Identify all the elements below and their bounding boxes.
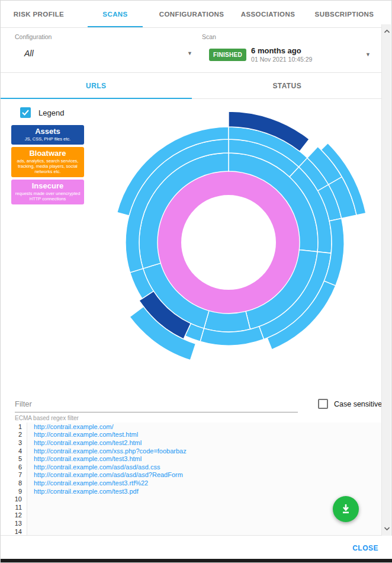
- url-list-row: 5http://contrail.example.com/test3.html: [1, 455, 383, 463]
- line-number: 2: [1, 431, 27, 439]
- url-list-row: 10: [1, 495, 383, 503]
- tab-subscriptions[interactable]: SUBSCRIPTIONS: [306, 1, 383, 27]
- status-badge: FINISHED: [209, 49, 246, 61]
- legend-toggle: Legend: [20, 107, 64, 118]
- case-sensitive-label: Case sensitive: [334, 400, 382, 408]
- close-button[interactable]: CLOSE: [352, 544, 378, 552]
- scan-relative-time: 6 months ago: [251, 46, 365, 55]
- url-link[interactable]: http://contrail.example.com/: [27, 423, 383, 431]
- url-list-row: 4http://contrail.example.com/xss.php?cod…: [1, 447, 383, 455]
- configuration-value: All: [15, 49, 34, 58]
- legend-title: Assets: [14, 127, 82, 136]
- line-number: 5: [1, 455, 27, 463]
- check-icon: [22, 110, 29, 116]
- url-list-row: 12: [1, 511, 383, 520]
- line-number: 9: [1, 487, 27, 495]
- legend-item-bloatware: Bloatware ads, analytics, search service…: [11, 147, 84, 177]
- filter-section: ECMA based regex filter Case sensitive: [1, 393, 383, 423]
- url-link[interactable]: http://contrail.example.com/test3.pdf: [27, 487, 383, 495]
- line-number: 7: [1, 471, 27, 479]
- url-list-row: 8http://contrail.example.com/test3.rtf%2…: [1, 479, 383, 487]
- tab-scans[interactable]: SCANS: [77, 1, 153, 27]
- line-number: 14: [1, 527, 27, 536]
- line-number: 3: [1, 439, 27, 447]
- tab-label: RISK PROFILE: [14, 11, 64, 18]
- tab-label: SCANS: [102, 11, 127, 18]
- tab-label: STATUS: [272, 82, 301, 90]
- legend-title: Insecure: [14, 181, 82, 190]
- tab-status[interactable]: STATUS: [192, 73, 383, 98]
- legend-title: Bloatware: [14, 149, 82, 158]
- url-list-row: 14: [1, 527, 383, 536]
- chevron-down-icon[interactable]: ▼: [187, 50, 192, 56]
- url-link: [27, 527, 383, 536]
- url-link[interactable]: http://contrail.example.com/test.html: [27, 431, 383, 439]
- line-number: 8: [1, 479, 27, 487]
- legend-item-assets: Assets JS, CSS, PHP files etc.: [11, 125, 84, 145]
- selector-row: Configuration All ▼ Scan FINISHED 6 mont…: [1, 28, 383, 73]
- sunburst-segment[interactable]: [204, 311, 250, 332]
- legend-checkbox[interactable]: [20, 107, 31, 118]
- tab-label: SUBSCRIPTIONS: [315, 11, 374, 18]
- main-tab-bar: RISK PROFILE SCANS CONFIGURATIONS ASSOCI…: [1, 1, 383, 28]
- line-number: 1: [1, 423, 27, 431]
- line-number: 12: [1, 511, 27, 520]
- chevron-down-icon[interactable]: ▼: [365, 52, 371, 57]
- line-number: 4: [1, 447, 27, 455]
- configuration-label: Configuration: [15, 33, 192, 40]
- url-list-row: 6http://contrail.example.com/asd/asd/asd…: [1, 463, 383, 471]
- legend-description: requests made over unencrypted HTTP conn…: [14, 191, 82, 201]
- scan-label: Scan: [202, 33, 371, 40]
- download-icon: [340, 503, 352, 515]
- scan-time: 6 months ago 01 Nov 2021 10:45:29: [251, 46, 365, 63]
- legend-description: JS, CSS, PHP files etc.: [14, 136, 82, 142]
- url-list: 1http://contrail.example.com/2http://con…: [1, 423, 383, 536]
- active-tab-underline: [88, 26, 143, 27]
- url-link[interactable]: http://contrail.example.com/test2.html: [27, 439, 383, 447]
- sunburst-segment[interactable]: [169, 183, 288, 302]
- tab-associations[interactable]: ASSOCIATIONS: [230, 1, 306, 27]
- url-link: [27, 511, 383, 520]
- vertical-scrollbar[interactable]: [381, 24, 391, 536]
- legend-description: ads, analytics, search services, trackin…: [14, 158, 82, 174]
- case-sensitive-checkbox[interactable]: [318, 399, 328, 409]
- line-number: 10: [1, 495, 27, 503]
- url-link: [27, 519, 383, 527]
- url-link[interactable]: http://contrail.example.com/asd/asd/asd.…: [27, 463, 383, 471]
- line-number: 11: [1, 503, 27, 511]
- tab-label: URLS: [86, 82, 106, 90]
- tab-configurations[interactable]: CONFIGURATIONS: [153, 1, 230, 27]
- url-list-row: 9http://contrail.example.com/test3.pdf: [1, 487, 383, 495]
- window-bottom-edge: [1, 559, 392, 562]
- line-number: 6: [1, 463, 27, 471]
- url-link[interactable]: http://contrail.example.com/xss.php?code…: [27, 447, 383, 455]
- scroll-up-arrow-icon[interactable]: [382, 27, 391, 36]
- url-link[interactable]: http://contrail.example.com/test3.rtf%22: [27, 479, 383, 487]
- filter-input[interactable]: [15, 398, 298, 412]
- url-list-row: 1http://contrail.example.com/: [1, 423, 383, 431]
- tab-risk-profile[interactable]: RISK PROFILE: [1, 1, 77, 27]
- tab-label: CONFIGURATIONS: [159, 11, 224, 18]
- url-list-row: 13: [1, 519, 383, 527]
- legend: Assets JS, CSS, PHP files etc. Bloatware…: [11, 125, 84, 207]
- line-number: 13: [1, 519, 27, 527]
- scan-select[interactable]: Scan FINISHED 6 months ago 01 Nov 2021 1…: [202, 33, 371, 63]
- url-list-row: 11: [1, 503, 383, 511]
- filter-helper-text: ECMA based regex filter: [15, 415, 298, 421]
- scan-dialog: RISK PROFILE SCANS CONFIGURATIONS ASSOCI…: [0, 0, 392, 563]
- url-list-row: 3http://contrail.example.com/test2.html: [1, 439, 383, 447]
- scan-timestamp: 01 Nov 2021 10:45:29: [251, 56, 365, 63]
- url-link[interactable]: http://contrail.example.com/asd/asd/asd?…: [27, 471, 383, 479]
- tab-label: ASSOCIATIONS: [241, 11, 295, 18]
- url-link: [27, 495, 383, 503]
- legend-item-insecure: Insecure requests made over unencrypted …: [11, 180, 84, 204]
- sunburst-chart: [75, 95, 383, 392]
- legend-checkbox-label: Legend: [38, 108, 64, 117]
- configuration-select[interactable]: Configuration All ▼: [15, 33, 192, 58]
- dialog-footer: CLOSE: [1, 536, 392, 560]
- tab-urls[interactable]: URLS: [1, 73, 192, 98]
- download-button[interactable]: [333, 496, 359, 522]
- url-link[interactable]: http://contrail.example.com/test3.html: [27, 455, 383, 463]
- url-list-row: 2http://contrail.example.com/test.html: [1, 431, 383, 439]
- scroll-down-arrow-icon[interactable]: [382, 524, 391, 533]
